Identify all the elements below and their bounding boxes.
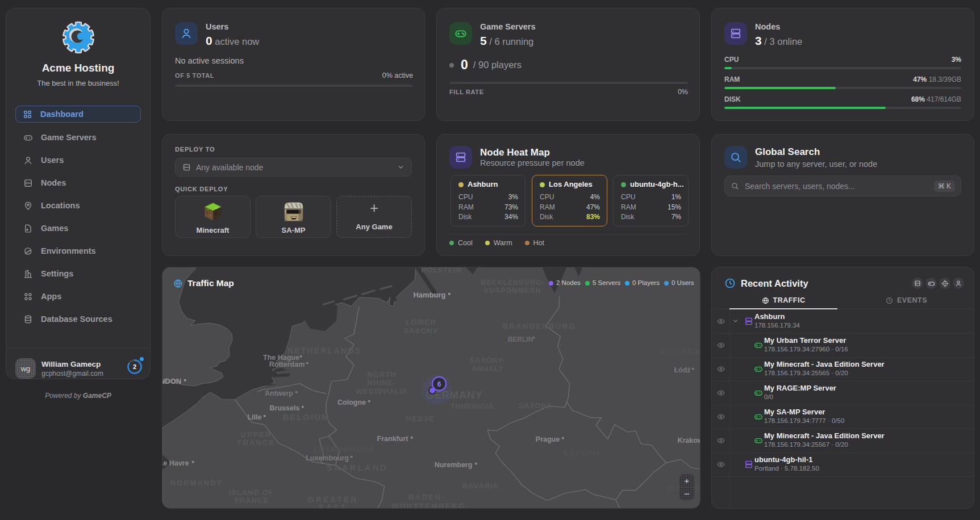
svg-text:WÜRTTEMBERG: WÜRTTEMBERG [391, 502, 465, 509]
svg-text:ISLAND OF: ISLAND OF [228, 488, 273, 497]
svg-text:NORMANDY: NORMANDY [170, 479, 223, 487]
svg-text:6: 6 [437, 380, 441, 388]
svg-text:NORTH: NORTH [367, 370, 396, 379]
svg-text:UPPER: UPPER [241, 430, 272, 439]
svg-text:Lille: Lille [247, 413, 261, 421]
svg-text:BELGIUM: BELGIUM [282, 412, 330, 422]
svg-text:WESTPHALIA: WESTPHALIA [356, 387, 408, 396]
svg-text:Krakow: Krakow [677, 437, 700, 444]
svg-text:LOWER: LOWER [406, 318, 436, 326]
svg-text:Łódź: Łódź [674, 366, 690, 374]
svg-text:SAXONY: SAXONY [519, 401, 552, 410]
svg-text:Brussels: Brussels [270, 404, 300, 412]
svg-text:BERLIN: BERLIN [508, 336, 533, 343]
svg-text:Antwerp: Antwerp [265, 389, 293, 397]
svg-text:SAXONY-: SAXONY- [470, 356, 505, 364]
svg-text:Frankfurt: Frankfurt [377, 435, 409, 443]
svg-text:Le Havre: Le Havre [162, 459, 189, 467]
svg-text:FRANCE: FRANCE [237, 438, 275, 447]
svg-text:BADEN-: BADEN- [408, 493, 445, 501]
svg-text:CZECHIA: CZECHIA [564, 449, 602, 458]
svg-text:FRANCE: FRANCE [235, 496, 269, 505]
svg-text:THURINGIA: THURINGIA [451, 402, 494, 410]
svg-text:BRANDENBURG: BRANDENBURG [502, 322, 576, 330]
svg-text:Luxembourg: Luxembourg [306, 454, 349, 462]
svg-text:EAST: EAST [319, 503, 347, 509]
svg-text:SAARLAND: SAARLAND [327, 463, 388, 472]
svg-text:ANHALT: ANHALT [472, 364, 503, 373]
svg-text:RHINE-: RHINE- [368, 379, 397, 387]
svg-text:LUXEMBOURG: LUXEMBOURG [314, 445, 376, 454]
svg-text:BAVARIA: BAVARIA [462, 481, 499, 490]
svg-text:Prague: Prague [536, 435, 560, 443]
svg-text:LONDON: LONDON [162, 377, 181, 385]
svg-text:Cologne: Cologne [337, 399, 366, 406]
svg-text:HESSE: HESSE [406, 414, 435, 423]
svg-text:POLAND: POLAND [661, 347, 700, 357]
svg-text:Nuremberg: Nuremberg [435, 461, 473, 469]
svg-text:SAXONY: SAXONY [404, 326, 439, 335]
svg-text:Rotterdam: Rotterdam [269, 360, 305, 368]
